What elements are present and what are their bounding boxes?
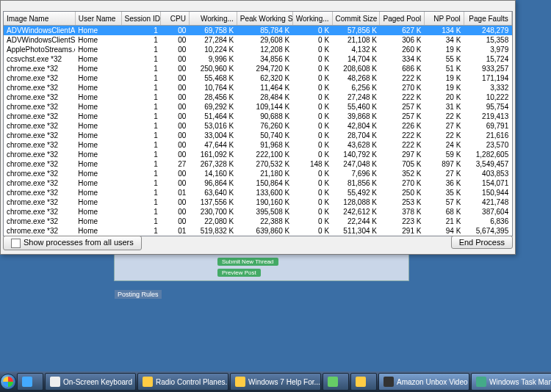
taskbar-button[interactable]: Windows 7 Help For... — [230, 373, 321, 391]
taskbar-button[interactable] — [323, 373, 349, 391]
table-row[interactable]: chrome.exe *32Home10163,640 K133,600 K0 … — [4, 188, 513, 197]
start-button[interactable] — [0, 371, 16, 392]
taskbar-button[interactable]: Amazon Unbox Video — [378, 373, 469, 391]
background-page-fragment: Submit New Thread Preview Post Posting R… — [114, 254, 409, 281]
submit-thread-button[interactable]: Submit New Thread — [217, 258, 278, 266]
app-icon — [22, 377, 32, 387]
windows-orb-icon — [0, 374, 16, 390]
table-row[interactable]: chrome.exe *32Home10010,764 K11,464 K0 K… — [4, 83, 513, 92]
table-row[interactable]: chrome.exe *32Home10096,864 K150,864 K0 … — [4, 178, 513, 188]
table-row[interactable]: chrome.exe *32Home10051,464 K90,688 K0 K… — [4, 112, 513, 121]
table-row[interactable]: chrome.exe *32Home101519,832 K639,860 K0… — [4, 226, 513, 236]
column-header[interactable]: NP Pool — [424, 12, 464, 26]
column-header[interactable]: Image Name — [4, 12, 75, 26]
column-header[interactable]: Paged Pool — [380, 12, 424, 26]
column-header[interactable]: Page Faults — [464, 12, 511, 26]
task-manager-window: Image NameUser NameSession IDCPUWorking.… — [0, 0, 516, 255]
table-row[interactable]: chrome.exe *32Home100250,960 K294,720 K0… — [4, 64, 513, 73]
posting-rules-bar: Posting Rules — [115, 290, 162, 299]
table-row[interactable]: chrome.exe *32Home100161,092 K222,100 K0… — [4, 150, 513, 159]
table-row[interactable]: ADVWindowsClientApp.exe...Home10069,758 … — [4, 26, 513, 36]
taskbar-button[interactable]: Windows Task Manag... — [471, 373, 551, 391]
taskbar: On-Screen KeyboardRadio Control Planes..… — [0, 371, 551, 392]
app-icon — [383, 377, 394, 387]
taskbar-button[interactable]: Radio Control Planes... — [137, 373, 228, 391]
taskbar-button[interactable] — [350, 373, 377, 391]
show-all-processes-button[interactable]: Show processes from all users — [3, 236, 142, 250]
app-icon — [143, 377, 153, 387]
checkbox-icon[interactable] — [11, 239, 21, 248]
app-icon — [356, 377, 366, 387]
table-row[interactable]: chrome.exe *32Home10047,644 K91,968 K0 K… — [4, 140, 513, 150]
column-header[interactable]: Session ID — [121, 12, 161, 26]
app-icon — [50, 377, 60, 387]
app-icon — [476, 377, 486, 387]
column-header[interactable]: Working... — [292, 12, 332, 26]
table-row[interactable]: chrome.exe *32Home100230,700 K395,508 K0… — [4, 207, 513, 217]
table-row[interactable]: chrome.exe *32Home10055,468 K62,320 K0 K… — [4, 73, 513, 83]
taskbar-button[interactable]: On-Screen Keyboard — [45, 373, 136, 391]
preview-post-button[interactable]: Preview Post — [217, 269, 261, 277]
app-icon — [328, 377, 338, 387]
table-row[interactable]: chrome.exe *32Home10069,292 K109,144 K0 … — [4, 102, 513, 112]
column-header[interactable]: Commit Size — [332, 12, 380, 26]
column-header[interactable]: Working... — [189, 12, 237, 26]
process-table: Image NameUser NameSession IDCPUWorking.… — [4, 12, 513, 236]
table-row[interactable]: chrome.exe *32Home100137,556 K190,160 K0… — [4, 197, 513, 207]
end-process-button[interactable]: End Process — [451, 236, 513, 249]
column-header[interactable]: User Name — [75, 12, 121, 26]
table-row[interactable]: chrome.exe *32Home10033,004 K50,740 K0 K… — [4, 131, 513, 140]
taskbar-button[interactable] — [17, 373, 43, 391]
table-row[interactable]: ADVWindowsClientSystemT...Home10027,284 … — [4, 35, 513, 45]
table-row[interactable]: chrome.exe *32Home10014,160 K21,180 K0 K… — [4, 169, 513, 178]
column-header[interactable]: USER... — [511, 12, 513, 26]
table-row[interactable]: chrome.exe *32Home10022,080 K22,388 K0 K… — [4, 217, 513, 226]
process-list-scroll[interactable]: Image NameUser NameSession IDCPUWorking.… — [3, 11, 513, 236]
column-header[interactable]: Peak Working S... — [237, 12, 292, 26]
table-row[interactable]: chrome.exe *32Home127267,328 K270,532 K1… — [4, 159, 513, 169]
table-row[interactable]: ccsvchst.exe *32Home1009,996 K34,856 K0 … — [4, 54, 513, 64]
column-header[interactable]: CPU — [161, 12, 189, 26]
table-row[interactable]: ApplePhotoStreams.exe *32Home10010,224 K… — [4, 45, 513, 54]
app-icon — [235, 377, 245, 387]
table-row[interactable]: chrome.exe *32Home10053,016 K76,260 K0 K… — [4, 121, 513, 131]
table-row[interactable]: chrome.exe *32Home10028,456 K28,484 K0 K… — [4, 92, 513, 102]
